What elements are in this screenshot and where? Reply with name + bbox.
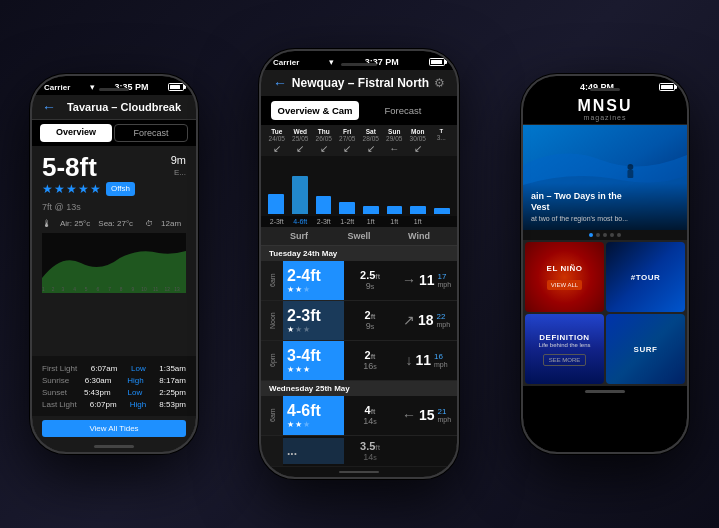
dot-2[interactable] xyxy=(603,233,607,237)
center-status-bar: Carrier ▾ 3:37 PM xyxy=(261,51,457,70)
left-side-stat: 9m xyxy=(171,154,186,166)
session-6pm: 6pm 3-4ft ★★★ 2ft 16s ↓ 11 16mph xyxy=(261,341,457,381)
session-wind-6pm: ↓ 11 16mph xyxy=(396,348,457,372)
session-swell-6am: 2.5ft 9s xyxy=(344,265,396,295)
session-wind-wed-6am: ← 15 21mph xyxy=(396,403,457,427)
right-brand-area: MNSU magazines xyxy=(523,95,687,125)
right-status-bar: 4:49 PM xyxy=(523,76,687,95)
dot-4[interactable] xyxy=(617,233,621,237)
center-back-arrow[interactable]: ← xyxy=(273,75,287,91)
hero-image[interactable]: ain – Two Days in theVest at two of the … xyxy=(523,125,687,230)
forecast-day-0: Tue24/05 xyxy=(265,128,289,138)
wave-stars-6am: ★★★ xyxy=(287,285,310,294)
svg-text:4: 4 xyxy=(73,287,76,292)
el-nino-view-all[interactable]: VIEW ALL xyxy=(547,280,582,290)
wave-range-noon: 2-3ft xyxy=(287,307,321,325)
right-earpiece xyxy=(590,88,620,91)
brand-logo: MNSU magazines xyxy=(577,98,632,121)
day1-header: Tuesday 24th May xyxy=(261,246,457,261)
svg-text:7: 7 xyxy=(108,287,111,292)
arrow-0: ↙ xyxy=(265,143,289,154)
promo-el-nino[interactable]: EL NIÑO VIEW ALL xyxy=(525,242,604,312)
left-location-title: Tavarua – Cloudbreak xyxy=(62,101,186,113)
left-weather-row: 🌡 Air: 25°c Sea: 27°c ⏱ 12am xyxy=(42,218,186,229)
session-time-noon: Noon xyxy=(261,301,283,340)
svg-text:12: 12 xyxy=(165,287,171,292)
center-settings-icon[interactable]: ⚙ xyxy=(434,76,445,90)
left-period: 7ft @ 13s xyxy=(42,202,186,212)
wind-arrows-row: ↙ ↙ ↙ ↙ ↙ ← ↙ xyxy=(261,141,457,156)
phones-container: Carrier ▾ 3:35 PM ← Tavarua – Cloudbreak… xyxy=(0,0,719,528)
left-tab-forecast[interactable]: Forecast xyxy=(114,124,188,142)
center-tabs: Overview & Cam Forecast xyxy=(261,96,457,125)
left-stars-row: ★ ★ ★ ★ ★ Offsh xyxy=(42,182,135,196)
arrow-7 xyxy=(430,143,454,154)
center-earpiece xyxy=(341,63,377,66)
forecast-chart xyxy=(261,156,457,216)
arrow-1: ↙ xyxy=(289,143,313,154)
svg-text:3: 3 xyxy=(61,287,64,292)
left-status-bar: Carrier ▾ 3:35 PM xyxy=(32,76,196,95)
left-clock-val: 12am xyxy=(161,219,181,228)
arrow-4: ↙ xyxy=(359,143,383,154)
right-home-indicator xyxy=(585,390,625,393)
left-sea-temp: Sea: 27°c xyxy=(98,219,133,228)
left-battery xyxy=(168,83,184,91)
wind-dir-6am: → xyxy=(402,272,416,288)
session-time-6pm: 6pm xyxy=(261,341,283,380)
tides-section: First Light 6:07am Low 1:35am Sunrise 6:… xyxy=(32,356,196,416)
left-tab-overview[interactable]: Overview xyxy=(40,124,112,142)
center-phone: Carrier ▾ 3:37 PM ← Newquay – Fistral No… xyxy=(259,49,459,479)
session-swell-noon: 2ft 9s xyxy=(344,305,396,335)
left-header: ← Tavarua – Cloudbreak xyxy=(32,95,196,120)
center-battery xyxy=(429,58,445,66)
svg-text:8: 8 xyxy=(120,287,123,292)
svg-text:5: 5 xyxy=(85,287,88,292)
svg-point-14 xyxy=(627,164,633,170)
promo-tour[interactable]: #TOUR xyxy=(606,242,685,312)
forecast-header: Tue24/05 Wed25/05 Thu26/05 Fri27/05 Sat2… xyxy=(261,125,457,141)
svg-text:9: 9 xyxy=(132,287,135,292)
hero-title: ain – Two Days in theVest xyxy=(531,191,679,213)
left-wifi-icon: ▾ xyxy=(90,82,95,92)
session-noon: Noon 2-3ft ★★★ 2ft 9s ↗ 18 22mph xyxy=(261,301,457,341)
view-all-tides-btn[interactable]: View All Tides xyxy=(42,420,186,437)
center-tab-overview[interactable]: Overview & Cam xyxy=(271,101,359,120)
left-content: 5-8ft ★ ★ ★ ★ ★ Offsh 9m E... xyxy=(32,146,196,356)
wind-dir-wed-6am: ← xyxy=(402,407,416,423)
center-home-indicator xyxy=(339,471,379,473)
dot-3[interactable] xyxy=(610,233,614,237)
arrow-2: ↙ xyxy=(312,143,336,154)
center-tab-forecast[interactable]: Forecast xyxy=(359,101,447,120)
dot-0[interactable] xyxy=(589,233,593,237)
center-screen: Carrier ▾ 3:37 PM ← Newquay – Fistral No… xyxy=(261,51,457,477)
promo-surf[interactable]: SURF xyxy=(606,314,685,384)
el-nino-title: EL NIÑO xyxy=(547,264,583,273)
session-wed-6am: 6am 4-6ft ★★★ 4ft 14s ← 15 21mph xyxy=(261,396,457,436)
forecast-day-2: Thu26/05 xyxy=(312,128,336,138)
forecast-day-3: Fri27/05 xyxy=(336,128,360,138)
session-wed-partial: ... 3.5ft 14s xyxy=(261,436,457,467)
wave-range-wed-6am: 4-6ft xyxy=(287,402,321,420)
session-surf-wed-6am: 4-6ft ★★★ xyxy=(283,396,344,435)
left-tabs: Overview Forecast xyxy=(32,120,196,146)
center-carrier: Carrier xyxy=(273,58,299,67)
wave-stars-wed-6am: ★★★ xyxy=(287,420,310,429)
left-back-arrow[interactable]: ← xyxy=(42,99,56,115)
wave-range-6am: 2-4ft xyxy=(287,267,321,285)
surf-card-title: SURF xyxy=(634,345,658,354)
surf-col-header: Surf xyxy=(269,231,329,241)
right-screen: 4:49 PM MNSU magazines xyxy=(523,76,687,452)
swell-col-header: Swell xyxy=(329,231,389,241)
dot-1[interactable] xyxy=(596,233,600,237)
definition-title: DEFINITION xyxy=(538,333,590,342)
left-earpiece xyxy=(99,88,129,91)
wind-col-header: Wind xyxy=(389,231,449,241)
svg-text:11: 11 xyxy=(153,287,159,292)
wind-dir-6pm: ↓ xyxy=(405,352,412,368)
svg-text:1: 1 xyxy=(42,287,45,292)
see-more-btn[interactable]: SEE MORE xyxy=(543,354,587,366)
hero-subtitle: at two of the region's most bo... xyxy=(531,215,679,222)
arrow-5: ← xyxy=(383,143,407,154)
promo-definition[interactable]: DEFINITION Life behind the lens SEE MORE xyxy=(525,314,604,384)
